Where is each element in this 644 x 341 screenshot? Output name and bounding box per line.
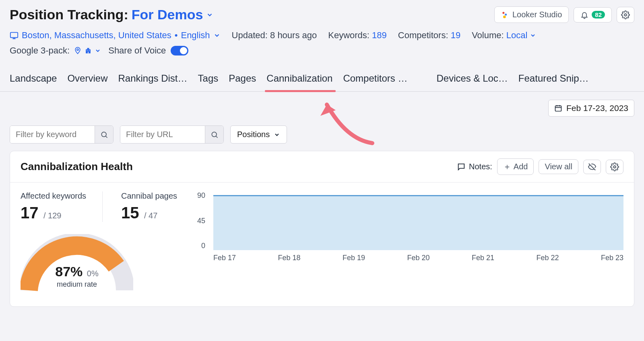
tabs: Landscape Overview Rankings Dist… Tags P… <box>0 67 644 92</box>
svg-point-2 <box>503 15 506 18</box>
tab-landscape[interactable]: Landscape <box>10 67 57 91</box>
card-title: Cannibalization Health <box>21 160 133 173</box>
location-dropdown[interactable]: Boston, Massachusetts, United States • E… <box>10 30 221 41</box>
tab-devices-loc[interactable]: Devices & Loc… <box>436 67 508 91</box>
card-settings-button[interactable] <box>606 160 623 174</box>
y-tick: 0 <box>189 242 205 250</box>
x-tick: Feb 18 <box>278 254 301 262</box>
competitors-label: Competitors: <box>398 30 448 40</box>
hotel-icon[interactable] <box>84 47 92 55</box>
project-dropdown[interactable]: For Demos <box>132 7 214 23</box>
cannibalization-card: Cannibalization Health Notes: ＋ Add View… <box>10 151 634 307</box>
looker-studio-button[interactable]: Looker Studio <box>494 6 569 23</box>
chevron-down-icon <box>530 32 536 39</box>
svg-rect-10 <box>88 52 89 53</box>
pin-icon[interactable] <box>74 47 82 55</box>
svg-point-0 <box>502 12 504 14</box>
title-prefix: Position Tracking: <box>10 7 128 23</box>
affected-label: Affected keywords <box>21 191 86 201</box>
settings-button[interactable] <box>617 7 634 23</box>
chevron-down-icon <box>206 11 213 18</box>
chevron-down-icon[interactable] <box>95 47 101 54</box>
tab-tags[interactable]: Tags <box>198 67 219 91</box>
svg-point-14 <box>212 132 217 137</box>
filter-keyword-input[interactable] <box>10 126 95 143</box>
monitor-icon <box>10 31 19 40</box>
area-fill <box>213 195 623 250</box>
tab-competitors[interactable]: Competitors … <box>343 67 407 91</box>
positions-dropdown[interactable]: Positions <box>230 125 287 144</box>
divider <box>102 191 103 222</box>
svg-point-3 <box>624 14 627 16</box>
g3p-label: Google 3-pack: <box>10 45 70 56</box>
positions-label: Positions <box>237 130 270 139</box>
affected-keywords-block: Affected keywords 17 / 129 <box>21 191 86 222</box>
share-of-voice: Share of Voice <box>108 45 188 56</box>
notification-badge: 82 <box>592 11 605 18</box>
plus-icon: ＋ <box>503 161 511 172</box>
affected-total: / 129 <box>43 211 61 220</box>
svg-point-1 <box>505 13 507 15</box>
svg-point-5 <box>77 49 78 50</box>
gauge: 87% 0% medium rate <box>21 234 133 294</box>
x-tick: Feb 20 <box>407 254 430 262</box>
filter-url-search-button[interactable] <box>205 126 223 143</box>
add-note-button[interactable]: ＋ Add <box>497 158 534 175</box>
svg-rect-8 <box>87 50 88 51</box>
filter-url <box>120 125 224 144</box>
eye-off-icon <box>588 162 597 171</box>
hide-button[interactable] <box>583 160 601 174</box>
keywords-value[interactable]: 189 <box>372 30 387 40</box>
date-range-button[interactable]: Feb 17-23, 2023 <box>548 100 634 117</box>
updated-stat: Updated: 8 hours ago <box>232 30 317 41</box>
y-tick: 45 <box>189 217 205 225</box>
x-tick: Feb 22 <box>536 254 559 262</box>
language-text: English <box>181 30 210 41</box>
add-label: Add <box>514 162 528 171</box>
notifications-button[interactable]: 82 <box>574 7 612 23</box>
cannibal-label: Cannibal pages <box>121 191 177 201</box>
project-name: For Demos <box>132 7 203 23</box>
competitors-stat: Competitors: 19 <box>398 30 460 41</box>
x-tick: Feb 17 <box>213 254 236 262</box>
gauge-delta: 0% <box>87 269 99 278</box>
y-tick: 90 <box>189 191 205 200</box>
filter-keyword <box>10 125 114 144</box>
svg-rect-11 <box>555 106 561 111</box>
volume-value: Local <box>506 30 528 41</box>
svg-rect-9 <box>89 50 90 51</box>
bell-icon <box>580 11 588 19</box>
chevron-down-icon <box>213 32 221 39</box>
date-range-label: Feb 17-23, 2023 <box>566 103 628 113</box>
separator-dot: • <box>175 30 178 41</box>
looker-label: Looker Studio <box>512 10 562 19</box>
looker-icon <box>501 11 509 19</box>
view-all-button[interactable]: View all <box>539 159 578 174</box>
sov-toggle[interactable] <box>171 46 188 55</box>
x-tick: Feb 21 <box>472 254 494 262</box>
tab-cannibalization[interactable]: Cannibalization <box>266 67 332 91</box>
filter-keyword-search-button[interactable] <box>95 126 113 143</box>
volume-label: Volume: <box>472 30 504 40</box>
page-title: Position Tracking: For Demos <box>10 7 213 23</box>
cannibal-pages-block: Cannibal pages 15 / 47 <box>121 191 177 222</box>
svg-rect-7 <box>87 48 89 49</box>
competitors-value[interactable]: 19 <box>451 30 460 40</box>
sov-label: Share of Voice <box>108 45 166 56</box>
updated-label: Updated: <box>232 30 268 40</box>
filter-url-input[interactable] <box>120 126 205 143</box>
svg-line-13 <box>105 136 107 138</box>
tab-pages[interactable]: Pages <box>229 67 256 91</box>
tab-rankings-dist[interactable]: Rankings Dist… <box>118 67 187 91</box>
notes-label: Notes: <box>457 162 492 171</box>
tab-overview[interactable]: Overview <box>67 67 107 91</box>
keywords-stat: Keywords: 189 <box>328 30 387 41</box>
gauge-percent: 87% <box>55 264 83 279</box>
google-3pack: Google 3-pack: <box>10 45 101 56</box>
location-text: Boston, Massachusetts, United States <box>22 30 171 41</box>
health-chart: 90 45 0 Feb 17 Feb 18 Feb 19 Feb 20 Feb … <box>181 191 623 294</box>
volume-dropdown[interactable]: Local <box>506 30 537 41</box>
tab-featured-snip[interactable]: Featured Snip… <box>518 67 589 91</box>
tab-spacer <box>418 67 426 91</box>
search-icon <box>211 131 219 139</box>
